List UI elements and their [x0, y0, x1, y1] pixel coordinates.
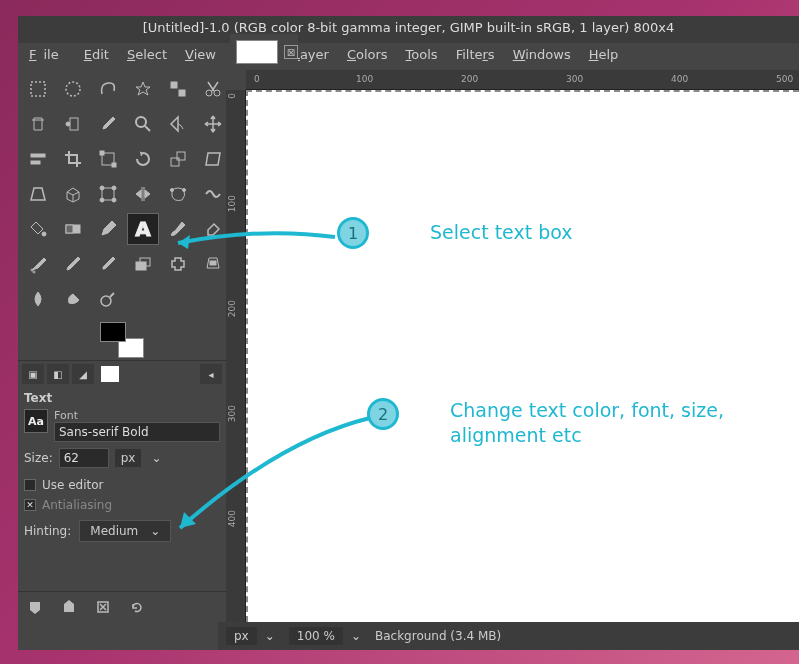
tool-cage[interactable] [162, 178, 194, 210]
tool-ink[interactable] [57, 248, 89, 280]
menu-view[interactable]: View [178, 45, 223, 64]
tab-device[interactable]: ◧ [47, 364, 69, 384]
tool-by-color-select[interactable] [162, 73, 194, 105]
svg-point-20 [112, 198, 116, 202]
tool-perspective-clone[interactable] [197, 248, 229, 280]
tool-crop[interactable] [57, 143, 89, 175]
svg-rect-0 [31, 82, 45, 96]
svg-rect-14 [171, 158, 179, 166]
chevron-down-icon[interactable]: ⌄ [261, 629, 279, 643]
document-tabs: ⊠ [230, 34, 298, 70]
font-label: Font [54, 409, 220, 422]
tool-unified-transform[interactable] [92, 143, 124, 175]
svg-point-17 [100, 186, 104, 190]
tab-menu-icon[interactable]: ◂ [200, 364, 222, 384]
restore-preset-icon[interactable] [60, 598, 78, 616]
svg-rect-10 [31, 161, 40, 164]
tool-3d-transform[interactable] [57, 178, 89, 210]
menu-edit[interactable]: Edit [77, 45, 116, 64]
toolbox: A [18, 70, 226, 318]
tool-color-picker[interactable] [92, 108, 124, 140]
reset-preset-icon[interactable] [128, 598, 146, 616]
tool-smudge[interactable] [57, 283, 89, 315]
tool-rect-select[interactable] [22, 73, 54, 105]
tool-free-select[interactable] [92, 73, 124, 105]
size-input[interactable] [59, 448, 109, 468]
close-icon[interactable]: ⊠ [284, 45, 298, 59]
tool-text[interactable]: A [127, 213, 159, 245]
tool-options-title: Text [24, 391, 220, 405]
tool-perspective[interactable] [22, 178, 54, 210]
svg-point-7 [66, 122, 70, 126]
tool-align[interactable] [22, 143, 54, 175]
chevron-down-icon: ⌄ [150, 524, 160, 538]
document-thumb[interactable] [236, 40, 278, 64]
tool-dodge-burn[interactable] [92, 283, 124, 315]
main-body: A ▣ ◧ ◢ [18, 70, 799, 622]
status-zoom-select[interactable]: 100 % [289, 627, 343, 645]
status-bar: px⌄ 100 %⌄ Background (3.4 MB) [218, 622, 799, 650]
dock-tabs: ▣ ◧ ◢ ◂ [18, 360, 226, 387]
menu-help[interactable]: Help [582, 45, 626, 64]
tool-ellipse-select[interactable] [57, 73, 89, 105]
tool-airbrush[interactable] [22, 248, 54, 280]
font-preview-icon[interactable]: Aa [24, 409, 48, 433]
tool-measure[interactable] [162, 108, 194, 140]
checkbox-checked-icon [24, 499, 36, 511]
tab-brushes[interactable]: ◢ [72, 364, 94, 384]
save-preset-icon[interactable] [26, 598, 44, 616]
tool-shear[interactable] [197, 143, 229, 175]
tool-move[interactable] [197, 108, 229, 140]
font-input[interactable] [54, 422, 220, 442]
tool-eraser[interactable] [197, 213, 229, 245]
status-info: Background (3.4 MB) [375, 629, 501, 643]
tab-tool-options[interactable]: ▣ [22, 364, 44, 384]
use-editor-check[interactable]: Use editor [24, 478, 220, 492]
status-unit-select[interactable]: px [226, 627, 257, 645]
tab-active-fg[interactable] [101, 366, 119, 382]
tool-paths[interactable] [57, 108, 89, 140]
color-swatches[interactable] [100, 322, 144, 358]
svg-text:A: A [135, 218, 151, 240]
menu-file[interactable]: File [22, 45, 73, 64]
ruler-horizontal: 0 100 200 300 400 500 [246, 70, 799, 90]
size-unit[interactable]: px [115, 449, 142, 467]
tool-scale[interactable] [162, 143, 194, 175]
tool-rotate[interactable] [127, 143, 159, 175]
svg-point-1 [66, 82, 80, 96]
antialias-check[interactable]: Antialiasing [24, 498, 220, 512]
tool-gradient[interactable] [57, 213, 89, 245]
size-unit-dropdown-icon[interactable]: ⌄ [147, 451, 165, 465]
chevron-down-icon[interactable]: ⌄ [347, 629, 365, 643]
tool-clone[interactable] [127, 248, 159, 280]
tool-flip[interactable] [127, 178, 159, 210]
tool-blur-sharpen[interactable] [22, 283, 54, 315]
fg-color-swatch[interactable] [100, 322, 126, 342]
left-dock: A ▣ ◧ ◢ [18, 70, 226, 622]
menu-filters[interactable]: Filters [449, 45, 502, 64]
tool-foreground-select[interactable] [22, 108, 54, 140]
annotation-badge-1: 1 [337, 217, 369, 249]
menu-windows[interactable]: Windows [506, 45, 578, 64]
tool-bucket-fill[interactable] [22, 213, 54, 245]
tool-handle-transform[interactable] [92, 178, 124, 210]
tool-warp[interactable] [197, 178, 229, 210]
tool-paintbrush[interactable] [162, 213, 194, 245]
hinting-select[interactable]: Medium ⌄ [79, 520, 171, 542]
canvas[interactable] [246, 90, 799, 622]
tool-heal[interactable] [162, 248, 194, 280]
tool-fuzzy-select[interactable] [127, 73, 159, 105]
svg-point-5 [214, 90, 220, 96]
menu-tools[interactable]: Tools [399, 45, 445, 64]
menu-colors[interactable]: Colors [340, 45, 395, 64]
tool-iscissors[interactable] [197, 73, 229, 105]
svg-rect-9 [31, 154, 45, 157]
menu-select[interactable]: Select [120, 45, 174, 64]
checkbox-icon [24, 479, 36, 491]
dock-bottom-buttons [18, 591, 226, 622]
tool-mypaint-brush[interactable] [92, 248, 124, 280]
tool-pencil[interactable] [92, 213, 124, 245]
gimp-window: [Untitled]-1.0 (RGB color 8-bit gamma in… [18, 16, 799, 650]
tool-zoom[interactable] [127, 108, 159, 140]
delete-preset-icon[interactable] [94, 598, 112, 616]
